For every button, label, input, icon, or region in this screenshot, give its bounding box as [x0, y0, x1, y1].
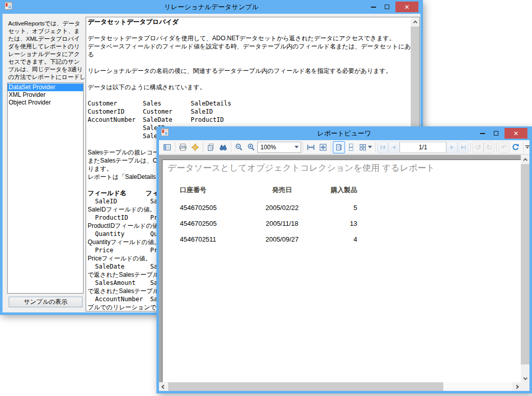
close-button[interactable]: ✕	[504, 128, 527, 139]
provider-listbox[interactable]: DataSet ProviderXML ProviderObject Provi…	[7, 83, 84, 294]
viewer-horizontal-scrollbar[interactable]	[159, 382, 521, 391]
text-line: る	[88, 50, 410, 59]
chevron-left-icon	[161, 384, 165, 388]
annotations-button[interactable]	[189, 141, 201, 153]
text-line: データセットデータプロバイダを使用して、ADO.NETデータセットから返されたデ…	[88, 34, 410, 42]
back-button[interactable]: ↶	[498, 142, 510, 153]
separator	[496, 142, 497, 152]
text-line	[88, 75, 410, 83]
table-row: 4546702505 2005/02/22 5	[180, 204, 357, 220]
multiple-pages-view-button[interactable]	[357, 141, 374, 153]
scroll-up-button[interactable]	[411, 17, 419, 26]
scrollbar-thumb[interactable]	[521, 164, 529, 364]
annotations-icon	[191, 143, 199, 151]
fit-whole-page-button[interactable]	[317, 141, 329, 153]
column-header: 購入製品	[308, 186, 357, 195]
text-line: データセットデータプロバイダ	[88, 18, 410, 26]
zoom-in-button[interactable]	[245, 141, 257, 153]
chevron-down-icon	[526, 147, 529, 149]
text-line: CustomerID Customer SaleID	[88, 108, 410, 116]
separator	[203, 142, 203, 152]
back-arrow-icon: ↶	[501, 144, 507, 151]
scroll-right-button[interactable]	[512, 382, 521, 391]
report-title: データソースとしてオブジェクトコレクションを使用 するレポート	[168, 162, 435, 174]
quantity-cell: 4	[308, 235, 357, 251]
zoom-in-icon	[247, 143, 255, 151]
app-icon	[5, 2, 12, 12]
table-of-contents-icon	[163, 143, 171, 151]
history-forward-icon: ↻	[486, 144, 492, 151]
table-rows: 4546702505 2005/02/22 5 4546702505 2005/…	[180, 204, 357, 251]
refresh-icon	[512, 143, 520, 151]
last-page-icon	[461, 145, 464, 149]
history-forward-button[interactable]: ↻	[484, 142, 495, 153]
page-number-box[interactable]: 1/1	[400, 142, 446, 153]
separator	[375, 142, 376, 152]
text-line: データベースフィールドのフィールド値を設定する時、データテーブル内のフィールド名…	[88, 42, 410, 50]
copy-button[interactable]	[205, 141, 217, 153]
text-line	[88, 59, 410, 67]
text-line: リレーショナルデータの名前の後に、関連するデータテーブル内のフィールド名を指定す…	[88, 67, 410, 75]
maximize-icon	[385, 5, 389, 9]
zoom-out-button[interactable]	[233, 141, 245, 153]
chevron-up-icon	[413, 20, 417, 24]
scroll-down-button[interactable]	[521, 374, 529, 383]
single-page-view-button[interactable]	[333, 141, 345, 153]
report-page: データソースとしてオブジェクトコレクションを使用 するレポート 口座番号 発売日…	[162, 160, 529, 391]
toolbar-overflow-button[interactable]	[525, 145, 529, 149]
report-viewer-window: レポートビューワ ✕	[156, 126, 532, 393]
list-item[interactable]: DataSet Provider	[8, 84, 83, 91]
find-button[interactable]	[217, 141, 229, 153]
sale-date-cell: 2005/09/27	[256, 235, 308, 251]
print-button[interactable]	[177, 141, 189, 153]
fit-page-width-button[interactable]	[305, 141, 317, 153]
close-icon: ✕	[513, 130, 518, 137]
minimize-icon	[371, 7, 376, 8]
scroll-up-button[interactable]	[521, 155, 529, 164]
table-row: 4546702511 2005/09/27 4	[180, 235, 357, 251]
scrollbar-corner	[521, 382, 529, 391]
minimize-button[interactable]	[475, 128, 489, 139]
maximize-button[interactable]	[489, 128, 503, 139]
list-item[interactable]: XML Provider	[8, 91, 83, 99]
column-header: 口座番号	[180, 186, 256, 195]
chevron-up-icon	[523, 158, 527, 162]
continuous-view-button[interactable]	[345, 141, 357, 153]
sample-window-titlebar[interactable]: リレーショナルデータサンプル ✕	[0, 0, 423, 14]
refresh-button[interactable]	[510, 141, 522, 153]
scroll-left-button[interactable]	[159, 382, 168, 391]
sale-date-cell: 2005/11/18	[256, 220, 308, 235]
scrollbar-thumb[interactable]	[168, 382, 443, 391]
text-line	[88, 91, 410, 99]
report-viewer-client: 100%	[159, 140, 529, 391]
next-page-button[interactable]	[446, 142, 458, 153]
maximize-button[interactable]	[380, 2, 394, 12]
page-indicator: 1/1	[419, 144, 428, 151]
info-label: ActiveReportsでは、データセット、オブジェクト、または、XMLデータ…	[8, 20, 86, 89]
separator	[470, 142, 471, 152]
close-button[interactable]: ✕	[395, 2, 418, 12]
quantity-cell: 5	[308, 204, 357, 220]
viewer-vertical-scrollbar[interactable]	[521, 155, 529, 383]
last-page-button[interactable]	[458, 142, 469, 153]
fit-whole-page-icon	[319, 143, 327, 151]
zoom-level-value: 100%	[258, 144, 295, 151]
chevron-down-icon	[295, 146, 299, 148]
show-sample-button[interactable]: サンプルの表示	[9, 297, 83, 307]
report-viewer-titlebar[interactable]: レポートビューワ ✕	[156, 126, 532, 140]
text-line: Customer Sales SaleDetails	[88, 99, 410, 108]
text-line: データは以下のように構成されています。	[88, 83, 410, 91]
zoom-level-combo[interactable]: 100%	[257, 142, 301, 153]
minimize-button[interactable]	[366, 2, 380, 12]
sale-date-cell: 2005/02/22	[256, 204, 308, 220]
account-number-cell: 4546702511	[180, 235, 256, 251]
copy-icon	[207, 143, 215, 151]
previous-page-button[interactable]	[388, 142, 400, 153]
previous-page-icon	[392, 145, 395, 149]
table-of-contents-button[interactable]	[161, 141, 173, 153]
list-item[interactable]: Object Provider	[8, 99, 83, 107]
history-back-button[interactable]: ↺	[472, 142, 484, 153]
maximize-icon	[494, 131, 498, 136]
first-page-button[interactable]	[377, 142, 388, 153]
find-icon	[219, 143, 227, 151]
